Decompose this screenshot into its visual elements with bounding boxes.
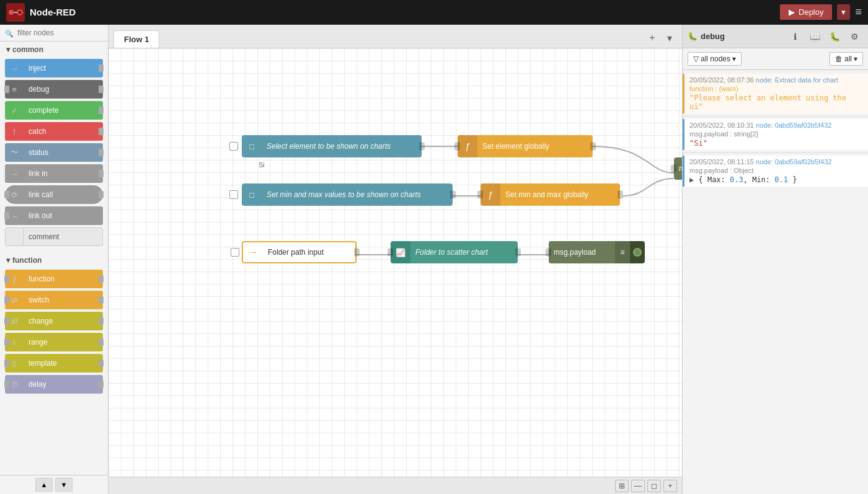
debug-entry-3-type: msg.payload : Object: [689, 167, 863, 174]
msg-payload-2-circle-btn[interactable]: [630, 241, 645, 263]
flow-node-set-element-globally[interactable]: ƒ Set element globally: [458, 135, 593, 157]
debug-entry-1-type: function : (warn): [689, 85, 863, 92]
flow-node-msg-payload-2[interactable]: msg.payload ≡: [549, 241, 645, 263]
palette-node-link-in[interactable]: → link in: [5, 164, 103, 183]
palette-node-complete[interactable]: ✓ complete: [5, 101, 103, 120]
debug-entry-2-type: msg.payload : string[2]: [689, 130, 863, 138]
folder-path-icon: →: [243, 242, 263, 262]
tab-menu-button[interactable]: ▾: [662, 30, 677, 45]
debug-entry-2-meta: 20/05/2022, 08:10:31 node: 0abd59af02b5f…: [689, 121, 863, 129]
debug-filter-label: all nodes: [701, 55, 730, 63]
section-common-chevron: ▾: [6, 45, 10, 54]
palette-node-catch[interactable]: ! catch: [5, 122, 103, 141]
panel-bug-button[interactable]: 🐛: [826, 28, 843, 45]
deploy-button[interactable]: ▶ Deploy: [780, 4, 832, 20]
si-label: Si: [259, 161, 265, 169]
panel-book-button[interactable]: 📖: [806, 28, 823, 45]
palette-node-delay[interactable]: ⏱ delay: [5, 375, 103, 394]
canvas-zoom-fit-button[interactable]: ◻: [647, 480, 661, 492]
link-call-label: link call: [24, 185, 103, 204]
palette-node-change[interactable]: ⇄ change: [5, 312, 103, 330]
logo-icon: [6, 3, 25, 22]
add-tab-button[interactable]: +: [645, 30, 660, 45]
debug-clear-label: all: [844, 55, 852, 63]
palette-node-inject[interactable]: → inject: [5, 59, 103, 77]
palette-node-function[interactable]: ƒ function: [5, 270, 103, 288]
folder-to-scatter-port-left: [388, 249, 393, 257]
debug-separator-2: [683, 152, 868, 153]
folder-path-port-right: [354, 249, 360, 257]
debug-icon-title: 🐛: [688, 32, 698, 41]
flow-node-select-element[interactable]: □ Select element to be shown on charts: [242, 135, 422, 157]
debug-entry-1-meta: 20/05/2022, 08:07:36 node: Extract data …: [689, 76, 863, 84]
function-port-left: [4, 275, 9, 283]
flow-node-folder-path-input[interactable]: → Folder path input: [242, 241, 356, 263]
debug-port-right: [99, 86, 104, 93]
debug-entry-2-timestamp: 20/05/2022, 08:10:31: [689, 121, 754, 129]
deploy-dropdown-button[interactable]: ▾: [837, 4, 850, 20]
link-in-label: link in: [24, 164, 103, 183]
canvas-zoom-in-button[interactable]: +: [663, 480, 677, 492]
msg-payload-2-list-btn[interactable]: ≡: [615, 241, 630, 263]
palette-scroll-down[interactable]: ▼: [55, 478, 73, 492]
expand-icon[interactable]: ▶: [689, 175, 698, 184]
palette-node-template[interactable]: {} template: [5, 354, 103, 373]
catch-icon: !: [5, 122, 24, 141]
deploy-label: Deploy: [799, 7, 823, 17]
palette-node-switch[interactable]: ⇄ switch: [5, 291, 103, 309]
svg-point-1: [9, 10, 14, 15]
select-element-checkbox[interactable]: [229, 142, 238, 151]
flow-canvas[interactable]: □ Select element to be shown on charts S…: [108, 48, 682, 477]
set-element-label: Set element globally: [477, 135, 593, 157]
set-min-max-globally-icon: ƒ: [480, 183, 500, 206]
debug-filter-button[interactable]: ▽ all nodes ▾: [688, 52, 742, 66]
folder-path-checkbox[interactable]: [231, 248, 239, 257]
section-common-header[interactable]: ▾ common: [0, 42, 108, 58]
filter-nodes-input[interactable]: [0, 25, 108, 42]
panel-info-button[interactable]: ℹ: [786, 28, 804, 45]
canvas-grid-button[interactable]: ⊞: [615, 480, 629, 492]
debug-title-label: debug: [701, 32, 725, 41]
topbar: Node-RED ▶ Deploy ▾ ≡: [0, 0, 868, 25]
palette-node-link-call[interactable]: ⟳ link call: [5, 185, 103, 204]
debug-entry-3-node: node: 0abd59af02b5f432: [756, 158, 831, 165]
filter-icon: ▽: [693, 55, 699, 63]
section-function-header[interactable]: ▾ function: [0, 252, 108, 268]
flow-node-folder-to-scatter[interactable]: 📈 Folder to scatter chart: [391, 241, 518, 263]
folder-to-scatter-icon: 📈: [391, 241, 410, 263]
msg-payload-2-port-left: [546, 249, 551, 257]
canvas-zoom-out-button[interactable]: —: [631, 480, 645, 492]
set-min-max-checkbox[interactable]: [229, 190, 238, 199]
hamburger-menu-button[interactable]: ≡: [855, 6, 862, 19]
filter-wrapper: 🔍: [0, 25, 108, 42]
tab-flow1[interactable]: Flow 1: [113, 30, 159, 48]
palette-node-comment[interactable]: comment: [5, 227, 103, 246]
comment-icon: [5, 227, 24, 246]
folder-to-scatter-port-right: [515, 249, 521, 257]
trash-icon: 🗑: [835, 55, 843, 63]
flow-node-msg-payload-1[interactable]: msg.payload ≡: [674, 157, 682, 180]
palette-node-range[interactable]: ii range: [5, 333, 103, 351]
set-min-max-icon: □: [242, 183, 262, 206]
folder-path-label: Folder path input: [263, 242, 355, 262]
status-port-right: [99, 149, 104, 156]
palette-node-link-out[interactable]: → link out: [5, 206, 103, 225]
palette-node-debug[interactable]: ≡ debug: [5, 80, 103, 99]
debug-clear-button[interactable]: 🗑 all ▾: [830, 52, 863, 66]
select-element-label: Select element to be shown on charts: [262, 135, 422, 157]
link-call-port-right: [99, 191, 104, 198]
debug-entry-1-value: "Please select an element using the ui": [689, 94, 863, 111]
flow-node-set-min-max[interactable]: □ Set min and max values to be shown on …: [242, 183, 453, 206]
panel-gear-button[interactable]: ⚙: [846, 28, 863, 45]
main-area: 🔍 ▾ common → inject ≡ debug ✓ complete !…: [0, 25, 868, 494]
switch-port-left: [4, 296, 9, 304]
delay-port-right: [99, 381, 104, 388]
palette-node-status[interactable]: 〜 status: [5, 143, 103, 162]
select-element-port-right: [419, 143, 425, 151]
palette-scroll-up[interactable]: ▲: [35, 478, 53, 492]
topbar-right: ▶ Deploy ▾ ≡: [780, 4, 862, 20]
right-panel-tab-bar: 🐛 debug ℹ 📖 🐛 ⚙: [683, 25, 868, 48]
complete-icon: ✓: [5, 101, 24, 120]
flow-node-set-min-max-globally[interactable]: ƒ Set min and max globally: [480, 183, 620, 206]
delay-label: delay: [24, 375, 103, 394]
